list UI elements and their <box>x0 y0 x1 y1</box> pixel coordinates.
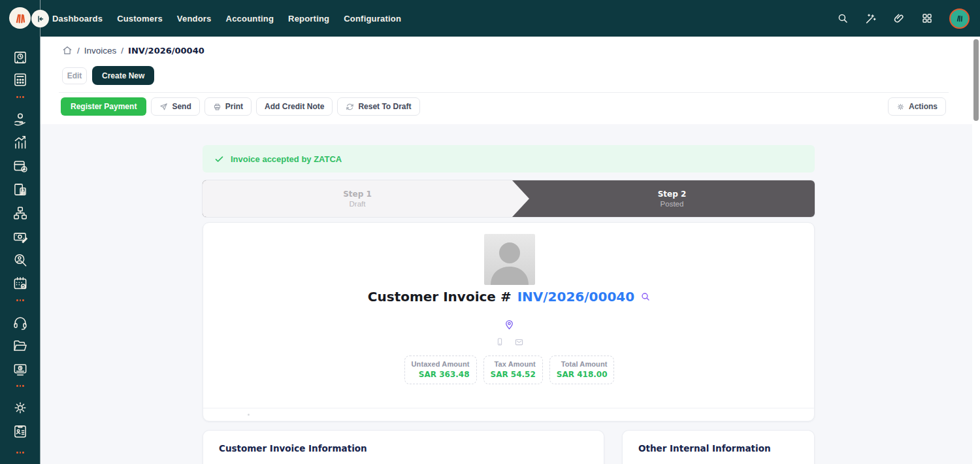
reset-to-draft-button[interactable]: Reset To Draft <box>337 97 419 116</box>
alert-message: Invoice accepted by ZATCA <box>231 154 342 164</box>
create-new-button[interactable]: Create New <box>92 66 154 85</box>
breadcrumb-current-record: INV/2026/00040 <box>128 46 204 56</box>
invoice-title-prefix: Customer Invoice # <box>368 289 512 305</box>
print-button[interactable]: Print <box>204 97 252 116</box>
contact-icons-row <box>203 337 815 347</box>
menu-customers[interactable]: Customers <box>117 14 163 24</box>
send-button[interactable]: Send <box>151 97 199 116</box>
zoom-magnifier-icon[interactable] <box>640 291 651 302</box>
breadcrumb-invoices-link[interactable]: Invoices <box>84 46 117 56</box>
growth-chart-icon[interactable] <box>11 133 29 152</box>
zatca-success-alert: Invoice accepted by ZATCA <box>203 145 815 173</box>
audit-magnifier-icon[interactable] <box>11 251 29 269</box>
tax-amount-value: SAR 54.52 <box>491 370 536 379</box>
edit-button[interactable]: Edit <box>62 67 87 84</box>
invoice-number-link[interactable]: INV/2026/00040 <box>517 289 635 305</box>
total-amount-label: Total Amount <box>557 360 608 368</box>
user-avatar[interactable] <box>949 8 970 29</box>
sidebar-separator-dots <box>16 299 24 301</box>
tax-amount-label: Tax Amount <box>491 360 536 368</box>
invoice-summary-card: Customer Invoice # INV/2026/00040 Untaxe… <box>203 222 815 422</box>
sidebar-separator-dots <box>16 452 24 454</box>
email-icon[interactable] <box>514 337 524 347</box>
calendar-check-icon[interactable] <box>11 274 29 293</box>
action-bar: Register Payment Send Print Add Credit N… <box>61 97 420 116</box>
header-divider <box>59 92 949 93</box>
magic-wand-icon[interactable] <box>865 12 877 24</box>
ledger-clock-icon[interactable] <box>11 48 29 67</box>
invoice-title: Customer Invoice # INV/2026/00040 <box>203 289 815 305</box>
untaxed-amount-label: Untaxed Amount <box>412 360 470 368</box>
sidebar-collapse-button[interactable] <box>31 10 49 27</box>
inventory-boxes-icon[interactable] <box>11 204 29 222</box>
apps-grid-icon[interactable] <box>921 12 933 24</box>
support-headset-icon[interactable] <box>11 314 29 332</box>
paperclip-icon[interactable] <box>893 12 905 24</box>
sidebar-separator-dots <box>16 385 24 387</box>
banknote-pen-icon[interactable] <box>11 227 29 246</box>
other-internal-information-panel: Other Internal Information <box>622 430 815 464</box>
total-amount-value: SAR 418.00 <box>557 370 608 379</box>
map-pin-icon[interactable] <box>504 319 515 330</box>
monitor-badge-icon[interactable] <box>11 360 29 378</box>
calculator-grid-icon[interactable] <box>11 71 29 89</box>
panel-title: Other Internal Information <box>638 443 771 454</box>
menu-accounting[interactable]: Accounting <box>226 14 274 24</box>
card-footer-divider <box>203 408 814 408</box>
menu-dashboards[interactable]: Dashboards <box>52 14 103 24</box>
menu-reporting[interactable]: Reporting <box>288 14 329 24</box>
untaxed-amount-value: SAR 363.48 <box>412 370 470 379</box>
total-amount-box: Total Amount SAR 418.00 <box>549 356 615 384</box>
actions-button[interactable]: Actions <box>888 97 946 116</box>
package-plus-icon[interactable] <box>11 157 29 175</box>
vertical-scrollbar-thumb[interactable] <box>973 39 979 121</box>
step-1[interactable]: Step 1 Draft <box>203 180 512 217</box>
add-credit-note-button[interactable]: Add Credit Note <box>256 97 333 116</box>
footer-dot <box>248 414 250 416</box>
check-icon <box>214 154 224 164</box>
breadcrumb: / Invoices / INV/2026/00040 <box>62 45 204 56</box>
logo-mark-icon <box>13 11 27 25</box>
avatar-mark-icon <box>955 13 965 24</box>
phone-icon[interactable] <box>495 337 504 346</box>
step-2-active[interactable]: Step 2 Posted <box>529 180 815 217</box>
home-icon[interactable] <box>62 45 73 56</box>
clipboard-person-icon[interactable] <box>11 422 29 440</box>
page: Dashboards Customers Vendors Accounting … <box>0 0 980 464</box>
collapse-left-icon <box>36 14 45 24</box>
documents-folder-icon[interactable] <box>11 337 29 355</box>
amounts-row: Untaxed Amount SAR 363.48 Tax Amount SAR… <box>203 356 815 384</box>
menu-vendors[interactable]: Vendors <box>177 14 212 24</box>
customer-avatar-placeholder <box>484 234 535 285</box>
search-icon[interactable] <box>837 12 849 24</box>
navbar-right <box>837 0 970 37</box>
top-navbar: Dashboards Customers Vendors Accounting … <box>0 0 980 37</box>
gear-icon <box>896 103 905 111</box>
page-header: / Invoices / INV/2026/00040 Edit Create … <box>41 37 972 124</box>
print-icon <box>213 103 221 111</box>
register-payment-button[interactable]: Register Payment <box>61 97 146 116</box>
customer-invoice-information-panel: Customer Invoice Information <box>203 430 604 464</box>
tax-amount-box: Tax Amount SAR 54.52 <box>483 356 543 384</box>
person-silhouette-icon <box>484 234 535 285</box>
settings-gear-icon[interactable] <box>11 399 29 417</box>
vertical-scrollbar-track[interactable] <box>972 37 980 464</box>
breadcrumb-separator: / <box>121 46 123 56</box>
menu-configuration[interactable]: Configuration <box>344 14 401 24</box>
status-stepper: Step 1 Draft Step 2 Posted <box>203 180 815 217</box>
sidebar-separator-dots <box>16 96 24 98</box>
left-sidebar <box>0 37 41 464</box>
reset-icon <box>346 103 354 111</box>
untaxed-amount-box: Untaxed Amount SAR 363.48 <box>404 356 477 384</box>
location-row <box>203 319 815 330</box>
main-menu: Dashboards Customers Vendors Accounting … <box>52 0 401 37</box>
send-icon <box>159 103 168 111</box>
sidebar-border <box>40 0 41 464</box>
app-logo[interactable] <box>9 7 31 29</box>
breadcrumb-separator: / <box>77 46 80 56</box>
panel-title: Customer Invoice Information <box>219 443 367 454</box>
clipboard-calculator-icon[interactable] <box>11 180 29 199</box>
hand-coins-icon[interactable] <box>11 110 29 129</box>
